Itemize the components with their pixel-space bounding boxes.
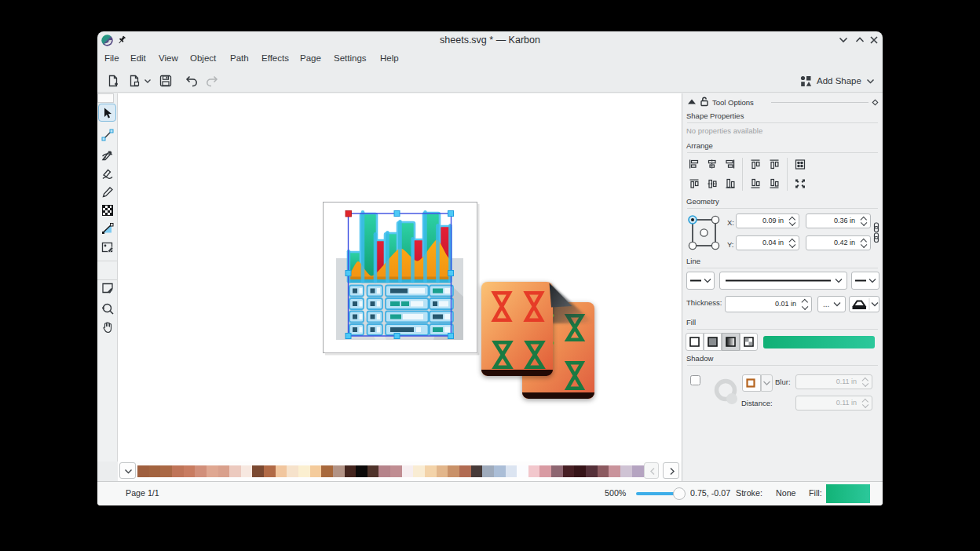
svg-text:...: ...	[823, 300, 829, 308]
